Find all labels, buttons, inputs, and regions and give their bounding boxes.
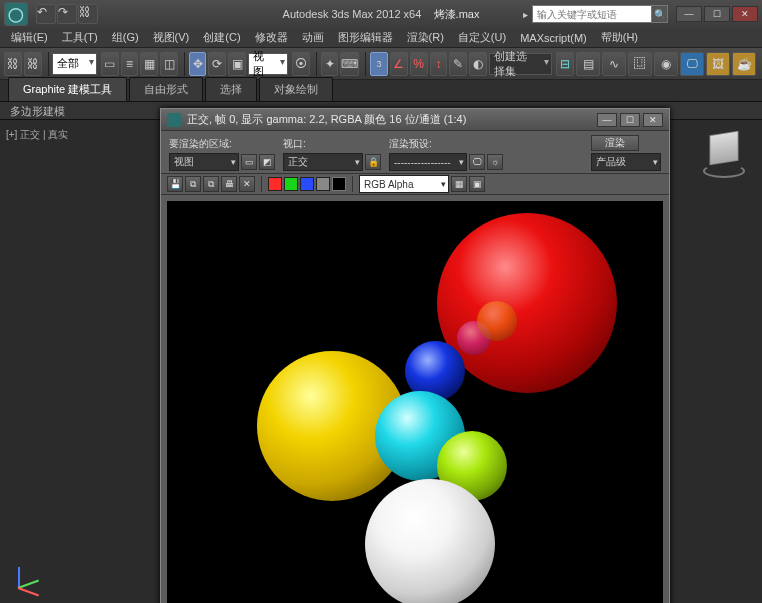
- render-win-close[interactable]: ✕: [643, 113, 663, 127]
- menu-customize[interactable]: 自定义(U): [451, 28, 513, 47]
- search-icon[interactable]: 🔍: [652, 5, 668, 23]
- ref-coord-combo[interactable]: 视图: [248, 53, 288, 75]
- render-setup-small-icon[interactable]: 🖵: [469, 154, 485, 170]
- save-image-icon[interactable]: 💾: [167, 176, 183, 192]
- render-output-combo[interactable]: 产品级: [591, 153, 661, 171]
- qat-link-icon[interactable]: ⛓: [78, 4, 98, 24]
- menu-help[interactable]: 帮助(H): [594, 28, 645, 47]
- material-editor-icon[interactable]: ◉: [654, 52, 678, 76]
- lock-viewport-icon[interactable]: 🔒: [365, 154, 381, 170]
- help-search: ▸ 🔍: [523, 5, 668, 23]
- channel-green-swatch[interactable]: [284, 177, 298, 191]
- copy-image-icon[interactable]: ⧉: [185, 176, 201, 192]
- channel-blue-swatch[interactable]: [300, 177, 314, 191]
- rect-select-icon[interactable]: ▦: [140, 52, 158, 76]
- named-selection-combo[interactable]: 创建选择集: [489, 53, 552, 75]
- environment-icon[interactable]: ☼: [487, 154, 503, 170]
- menu-animation[interactable]: 动画: [295, 28, 331, 47]
- area-to-render-label: 要渲染的区域:: [169, 137, 275, 151]
- render-window-icon: [167, 113, 181, 127]
- window-crossing-icon[interactable]: ◫: [160, 52, 178, 76]
- layer-manager-icon[interactable]: ▤: [576, 52, 600, 76]
- toggle-overlay-icon[interactable]: ▦: [451, 176, 467, 192]
- clone-frame-icon[interactable]: ⧉: [203, 176, 219, 192]
- curve-editor-icon[interactable]: ∿: [602, 52, 626, 76]
- use-pivot-icon[interactable]: ⦿: [292, 52, 310, 76]
- qat-redo-icon[interactable]: ↷: [57, 4, 77, 24]
- schematic-view-icon[interactable]: ⿶: [628, 52, 652, 76]
- window-controls: — ☐ ✕: [674, 6, 758, 22]
- menu-grapheditor[interactable]: 图形编辑器: [331, 28, 400, 47]
- area-to-render-combo[interactable]: 视图: [169, 153, 239, 171]
- select-link-icon[interactable]: ⛓: [4, 52, 22, 76]
- snap-spinner-icon[interactable]: ↕: [430, 52, 448, 76]
- mirror-icon[interactable]: ◐: [469, 52, 487, 76]
- render-preset-label: 渲染预设:: [389, 137, 503, 151]
- ribbon-tabs: Graphite 建模工具 自由形式 选择 对象绘制: [0, 80, 762, 102]
- keyboard-shortcut-icon[interactable]: ⌨: [340, 52, 359, 76]
- rotate-gizmo-icon[interactable]: ⟳: [208, 52, 226, 76]
- title-file: 烤漆.max: [434, 8, 480, 20]
- select-by-name-icon[interactable]: ≡: [121, 52, 139, 76]
- snap-angle-icon[interactable]: ∠: [390, 52, 408, 76]
- menu-modifiers[interactable]: 修改器: [248, 28, 295, 47]
- channel-alpha-swatch[interactable]: [316, 177, 330, 191]
- qat-undo-icon[interactable]: ↶: [36, 4, 56, 24]
- ribbon-tab-graphite[interactable]: Graphite 建模工具: [8, 77, 127, 101]
- ribbon-tab-freeform[interactable]: 自由形式: [129, 77, 203, 101]
- auto-region-icon[interactable]: ◩: [259, 154, 275, 170]
- channel-red-swatch[interactable]: [268, 177, 282, 191]
- sphere-white: [365, 479, 495, 603]
- close-button[interactable]: ✕: [732, 6, 758, 22]
- render-output-canvas[interactable]: [167, 201, 663, 603]
- app-logo[interactable]: ◯: [4, 2, 28, 26]
- scale-gizmo-icon[interactable]: ▣: [228, 52, 246, 76]
- edit-named-sel-icon[interactable]: ✎: [449, 52, 467, 76]
- align-icon[interactable]: ⊟: [556, 52, 574, 76]
- maximize-button[interactable]: ☐: [704, 6, 730, 22]
- toggle-ui-icon[interactable]: ▣: [469, 176, 485, 192]
- qat: ↶ ↷ ⛓: [36, 4, 99, 24]
- manipulate-icon[interactable]: ✦: [321, 52, 339, 76]
- render-win-maximize[interactable]: ☐: [620, 113, 640, 127]
- select-object-icon[interactable]: ▭: [101, 52, 119, 76]
- viewport-select-label: 视口:: [283, 137, 381, 151]
- help-search-input[interactable]: [532, 5, 652, 23]
- unlink-icon[interactable]: ⛓̷: [24, 52, 42, 76]
- snap-percent-icon[interactable]: %: [410, 52, 428, 76]
- menu-tools[interactable]: 工具(T): [55, 28, 105, 47]
- menu-render[interactable]: 渲染(R): [400, 28, 451, 47]
- viewport-combo[interactable]: 正交: [283, 153, 363, 171]
- render-win-minimize[interactable]: —: [597, 113, 617, 127]
- clear-icon[interactable]: ✕: [239, 176, 255, 192]
- render-preset-combo[interactable]: -----------------: [389, 153, 467, 171]
- snap-3d-icon[interactable]: 3: [370, 52, 388, 76]
- title-bar: ◯ ↶ ↷ ⛓ Autodesk 3ds Max 2012 x64 烤漆.max…: [0, 0, 762, 28]
- channel-combo[interactable]: RGB Alpha: [359, 175, 449, 193]
- render-setup-icon[interactable]: 🖵: [680, 52, 704, 76]
- rendered-frame-window-icon[interactable]: 🖼: [706, 52, 730, 76]
- menu-view[interactable]: 视图(V): [146, 28, 197, 47]
- print-icon[interactable]: 🖶: [221, 176, 237, 192]
- selection-filter-combo[interactable]: 全部: [52, 53, 96, 75]
- edit-region-icon[interactable]: ▭: [241, 154, 257, 170]
- render-window-titlebar[interactable]: 正交, 帧 0, 显示 gamma: 2.2, RGBA 颜色 16 位/通道 …: [161, 109, 669, 131]
- menu-bar: 编辑(E) 工具(T) 组(G) 视图(V) 创建(C) 修改器 动画 图形编辑…: [0, 28, 762, 48]
- viewport-label[interactable]: [+] 正交 | 真实: [6, 128, 68, 142]
- move-gizmo-icon[interactable]: ✥: [189, 52, 207, 76]
- menu-create[interactable]: 创建(C): [196, 28, 247, 47]
- menu-edit[interactable]: 编辑(E): [4, 28, 55, 47]
- title-app: Autodesk 3ds Max 2012 x64: [283, 8, 422, 20]
- render-window-title: 正交, 帧 0, 显示 gamma: 2.2, RGBA 颜色 16 位/通道 …: [187, 112, 466, 127]
- render-button[interactable]: 渲染: [591, 135, 639, 151]
- render-production-icon[interactable]: ☕: [732, 52, 756, 76]
- minimize-button[interactable]: —: [676, 6, 702, 22]
- menu-group[interactable]: 组(G): [105, 28, 146, 47]
- channel-mono-swatch[interactable]: [332, 177, 346, 191]
- ribbon-tab-objectpaint[interactable]: 对象绘制: [259, 77, 333, 101]
- ribbon-tab-selection[interactable]: 选择: [205, 77, 257, 101]
- axis-gizmo: [10, 563, 42, 595]
- viewcube[interactable]: [700, 132, 748, 180]
- menu-maxscript[interactable]: MAXscript(M): [513, 30, 594, 46]
- render-window-toolbar: 💾 ⧉ ⧉ 🖶 ✕ RGB Alpha ▦ ▣: [161, 173, 669, 195]
